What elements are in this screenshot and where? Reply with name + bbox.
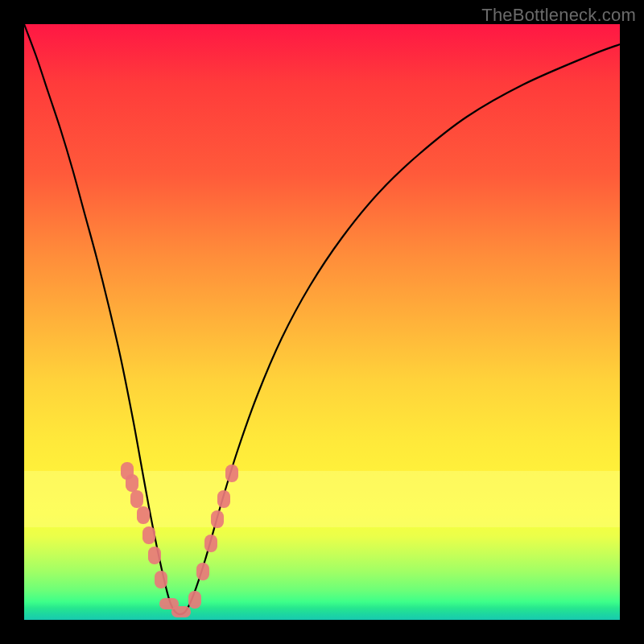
curve-marker (225, 464, 238, 482)
curve-marker (196, 563, 209, 580)
curve-marker (188, 591, 201, 609)
plot-area (24, 24, 620, 620)
curve-marker (148, 547, 161, 564)
curve-layer (24, 24, 620, 620)
curve-marker (171, 606, 191, 617)
curve-marker (142, 526, 155, 544)
curve-marker (126, 474, 138, 492)
curve-marker (130, 490, 143, 508)
curve-marker (137, 506, 150, 524)
curve-marker (211, 510, 224, 528)
chart-frame: TheBottleneck.com (0, 0, 644, 644)
curve-marker (155, 571, 167, 588)
curve-marker (204, 535, 217, 552)
watermark-text: TheBottleneck.com (481, 5, 636, 26)
curve-marker (217, 490, 230, 508)
curve-markers (121, 462, 238, 617)
bottleneck-curve (24, 24, 620, 614)
